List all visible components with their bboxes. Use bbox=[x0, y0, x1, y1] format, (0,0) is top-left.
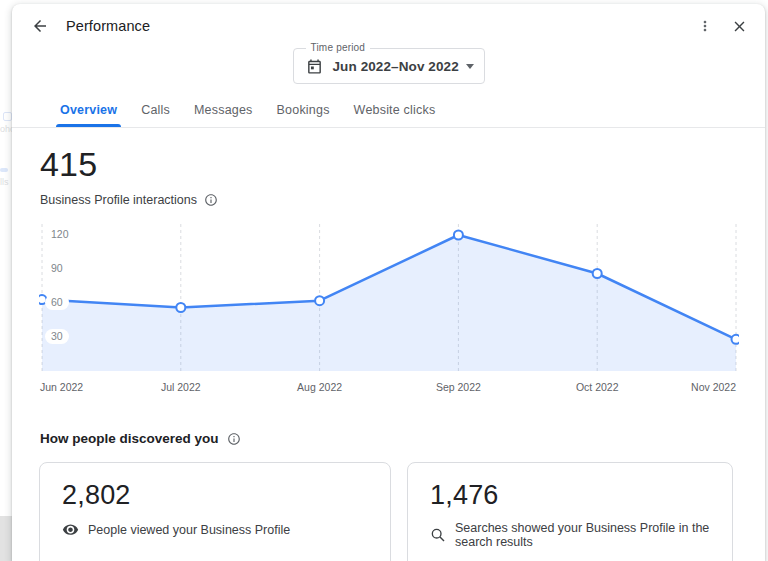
discovered-section-title: How people discovered you bbox=[40, 431, 219, 446]
chart-y-tick: 60 bbox=[45, 295, 69, 310]
kebab-menu-icon bbox=[697, 18, 713, 34]
profile-views-caption: People viewed your Business Profile bbox=[88, 523, 290, 537]
tab-bar: Overview Calls Messages Bookings Website… bbox=[12, 99, 765, 128]
total-interactions-value: 415 bbox=[40, 145, 765, 184]
dialog-header: Performance bbox=[12, 4, 765, 40]
chart-x-axis-labels: Jun 2022Jul 2022Aug 2022Sep 2022Oct 2022… bbox=[39, 374, 739, 398]
overview-panel: 415 Business Profile interactions 120906… bbox=[12, 128, 765, 561]
interactions-info-button[interactable] bbox=[204, 193, 218, 207]
chart-y-tick: 120 bbox=[45, 227, 75, 242]
searches-caption: Searches showed your Business Profile in… bbox=[455, 521, 712, 549]
info-icon bbox=[227, 432, 241, 446]
tab-bookings[interactable]: Bookings bbox=[265, 99, 342, 127]
page-title: Performance bbox=[66, 18, 150, 34]
chart-x-tick: Nov 2022 bbox=[691, 381, 736, 393]
chart-y-tick: 30 bbox=[45, 329, 69, 344]
discovered-info-button[interactable] bbox=[227, 432, 241, 446]
close-button[interactable] bbox=[727, 14, 751, 38]
dropdown-caret-icon bbox=[466, 64, 474, 69]
occluded-footer-block bbox=[0, 516, 12, 561]
chart-x-tick: Jun 2022 bbox=[40, 381, 83, 393]
tab-website-clicks[interactable]: Website clicks bbox=[342, 99, 448, 127]
occluded-link-fragment bbox=[0, 168, 8, 172]
tab-calls[interactable]: Calls bbox=[129, 99, 182, 127]
chart-y-tick: 90 bbox=[45, 261, 69, 276]
search-icon bbox=[430, 527, 446, 543]
tab-messages[interactable]: Messages bbox=[182, 99, 265, 127]
profile-views-card: 2,802 People viewed your Business Profil… bbox=[39, 462, 391, 561]
profile-views-value: 2,802 bbox=[62, 480, 370, 511]
searches-value: 1,476 bbox=[430, 480, 712, 511]
more-options-button[interactable] bbox=[693, 14, 717, 38]
chart-x-tick: Oct 2022 bbox=[576, 381, 619, 393]
eye-icon bbox=[62, 521, 79, 538]
time-period-label: Time period bbox=[306, 42, 371, 53]
chart-x-tick: Aug 2022 bbox=[297, 381, 342, 393]
time-period-value: Jun 2022–Nov 2022 bbox=[333, 59, 459, 74]
discovery-cards: 2,802 People viewed your Business Profil… bbox=[39, 462, 765, 561]
discovered-section-header: How people discovered you bbox=[40, 431, 765, 446]
close-icon bbox=[731, 18, 748, 35]
performance-dialog: Performance Time period Jun 2022–Nov 202… bbox=[12, 4, 765, 561]
metric-caption-row: Business Profile interactions bbox=[40, 193, 765, 207]
interactions-line-chart[interactable]: 120906030 bbox=[39, 224, 739, 374]
info-icon bbox=[204, 193, 218, 207]
profile-views-caption-row: People viewed your Business Profile bbox=[62, 521, 370, 538]
back-button[interactable] bbox=[28, 14, 52, 38]
time-period-select[interactable]: Time period Jun 2022–Nov 2022 bbox=[293, 48, 485, 84]
searches-caption-row: Searches showed your Business Profile in… bbox=[430, 521, 712, 549]
searches-card: 1,476 Searches showed your Business Prof… bbox=[407, 462, 733, 561]
calendar-icon bbox=[306, 58, 323, 75]
occluded-text-fragment: lls bbox=[0, 177, 9, 187]
occluded-page-sliver: oho lls bbox=[0, 0, 12, 561]
occluded-text-fragment: oho bbox=[0, 124, 12, 134]
arrow-back-icon bbox=[31, 17, 49, 35]
tab-overview[interactable]: Overview bbox=[48, 99, 129, 127]
chart-x-tick: Sep 2022 bbox=[436, 381, 481, 393]
chart-x-tick: Jul 2022 bbox=[161, 381, 201, 393]
occluded-icon bbox=[3, 112, 12, 121]
metric-caption-label: Business Profile interactions bbox=[40, 193, 197, 207]
